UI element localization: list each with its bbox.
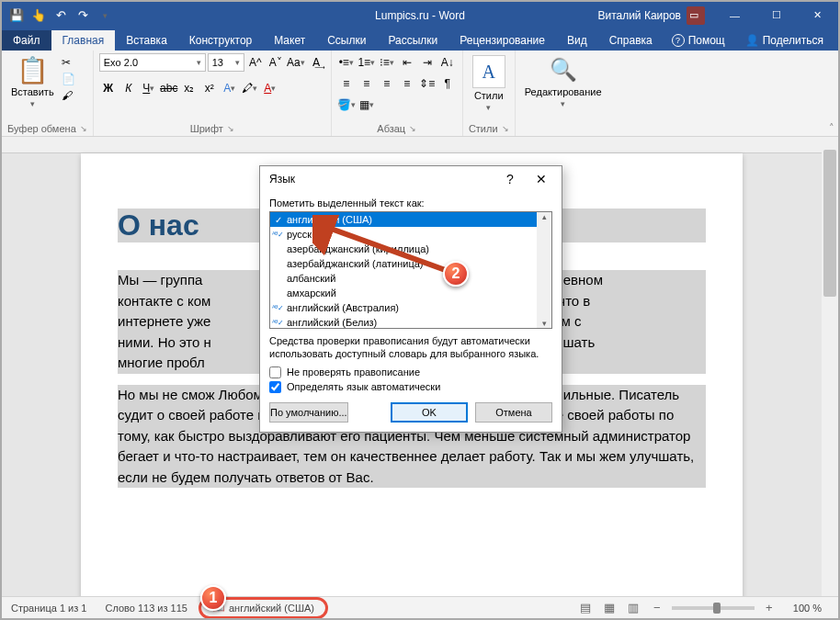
status-bar: Страница 1 из 1 Слово 113 из 115 📖 англи… — [2, 596, 838, 618]
underline-button[interactable]: Ч▾ — [140, 79, 158, 97]
align-center-icon[interactable]: ≡ — [358, 74, 376, 93]
tell-me-button[interactable]: ?Помощ — [663, 30, 734, 51]
spellcheck-icon: ᴬᴮ✓ — [272, 319, 284, 327]
tab-mailings[interactable]: Рассылки — [377, 30, 448, 51]
cancel-button[interactable]: Отмена — [475, 402, 552, 423]
read-mode-icon[interactable]: ▤ — [576, 599, 595, 617]
zoom-out-button[interactable]: − — [648, 599, 666, 617]
maximize-button[interactable]: ☐ — [755, 2, 797, 28]
tab-design[interactable]: Конструктор — [178, 30, 263, 51]
horizontal-ruler[interactable] — [2, 137, 822, 153]
no-spellcheck-checkbox[interactable]: Не проверять правописание — [269, 366, 552, 378]
tab-insert[interactable]: Вставка — [115, 30, 178, 51]
save-icon[interactable]: 💾 — [9, 8, 24, 23]
list-item[interactable]: амхарский — [270, 286, 551, 300]
strikethrough-button[interactable]: abc — [160, 79, 178, 97]
user-name: Виталий Каиров — [597, 9, 681, 22]
tab-home[interactable]: Главная — [51, 30, 116, 51]
language-listbox[interactable]: ✓английский (США) ᴬᴮ✓русский азербайджан… — [269, 211, 552, 329]
dialog-titlebar[interactable]: Язык ? ✕ — [260, 166, 562, 192]
find-button[interactable]: 🔍 Редактирование ▾ — [521, 53, 606, 110]
list-item[interactable]: азербайджанский (латиница) — [270, 256, 551, 271]
text-effects-icon[interactable]: A▾ — [221, 79, 239, 97]
undo-icon[interactable]: ↶ — [53, 8, 68, 23]
status-word-count[interactable]: Слово 113 из 115 — [96, 597, 197, 618]
subscript-button[interactable]: x₂ — [180, 79, 199, 97]
minimize-button[interactable]: — — [714, 2, 755, 28]
align-right-icon[interactable]: ≡ — [378, 74, 396, 93]
spellcheck-icon: ᴬᴮ✓ — [272, 231, 284, 239]
zoom-slider[interactable] — [672, 606, 755, 610]
vertical-scrollbar[interactable] — [822, 137, 838, 596]
auto-detect-checkbox[interactable]: Определять язык автоматически — [269, 381, 552, 393]
collapse-ribbon-icon[interactable]: ˄ — [829, 122, 834, 134]
change-case-icon[interactable]: Aa▾ — [287, 53, 305, 72]
tab-layout[interactable]: Макет — [263, 30, 316, 51]
bold-button[interactable]: Ж — [99, 79, 118, 97]
redo-icon[interactable]: ↷ — [75, 8, 90, 23]
list-item[interactable]: ᴬᴮ✓английский (Австралия) — [270, 300, 551, 315]
justify-icon[interactable]: ≡ — [398, 74, 416, 93]
list-item[interactable]: ᴬᴮ✓русский — [270, 227, 551, 242]
list-item[interactable]: албанский — [270, 271, 551, 286]
list-item[interactable]: азербайджанский (кириллица) — [270, 242, 551, 256]
annotation-badge-2: 2 — [443, 261, 469, 287]
bullets-icon[interactable]: •≡▾ — [337, 53, 356, 72]
styles-gallery[interactable]: A Стили ▾ — [469, 53, 509, 114]
zoom-level[interactable]: 100 % — [784, 603, 831, 614]
tab-view[interactable]: Вид — [556, 30, 598, 51]
superscript-button[interactable]: x² — [200, 79, 219, 97]
window-title: Lumpics.ru - Word — [375, 9, 465, 22]
share-button[interactable]: 👤 Поделиться — [736, 30, 833, 51]
tab-review[interactable]: Рецензирование — [448, 30, 556, 51]
font-launcher-icon[interactable]: ↘ — [227, 124, 234, 133]
multilevel-icon[interactable]: ⁝≡▾ — [378, 53, 396, 72]
tab-help[interactable]: Справка — [598, 30, 664, 51]
borders-icon[interactable]: ▦▾ — [358, 96, 376, 114]
align-left-icon[interactable]: ≡ — [337, 74, 356, 93]
ribbon-options-icon[interactable]: ▭ — [673, 2, 714, 28]
sort-icon[interactable]: A↓ — [438, 53, 457, 72]
tab-references[interactable]: Ссылки — [316, 30, 377, 51]
list-item[interactable]: ᴬᴮ✓английский (Белиз) — [270, 315, 551, 329]
qat-customize-icon[interactable]: ▾ — [97, 8, 112, 23]
styles-launcher-icon[interactable]: ↘ — [502, 124, 509, 133]
ok-button[interactable]: OK — [391, 402, 468, 423]
decrease-indent-icon[interactable]: ⇤ — [398, 53, 416, 72]
zoom-in-button[interactable]: + — [760, 599, 778, 617]
dialog-help-button[interactable]: ? — [495, 168, 525, 190]
group-editing: 🔍 Редактирование ▾ — [516, 51, 611, 136]
status-page[interactable]: Страница 1 из 1 — [2, 597, 96, 618]
line-spacing-icon[interactable]: ⇕≡ — [418, 74, 437, 93]
ribbon-tabs: Файл Главная Вставка Конструктор Макет С… — [2, 28, 838, 51]
dialog-close-button[interactable]: ✕ — [527, 168, 556, 190]
shrink-font-icon[interactable]: A˅ — [267, 53, 285, 72]
web-layout-icon[interactable]: ▥ — [624, 599, 642, 617]
default-button[interactable]: По умолчанию... — [269, 402, 348, 423]
clipboard-launcher-icon[interactable]: ↘ — [80, 124, 87, 133]
list-item[interactable]: ✓английский (США) — [270, 212, 551, 227]
tab-file[interactable]: Файл — [2, 30, 51, 51]
increase-indent-icon[interactable]: ⇥ — [418, 53, 437, 72]
touch-mode-icon[interactable]: 👆 — [31, 8, 46, 23]
close-button[interactable]: ✕ — [797, 2, 838, 28]
shading-icon[interactable]: 🪣▾ — [337, 96, 356, 114]
numbering-icon[interactable]: 1≡▾ — [358, 53, 376, 72]
show-marks-icon[interactable]: ¶ — [438, 74, 457, 93]
listbox-scrollbar[interactable]: ▴▾ — [537, 212, 551, 328]
format-painter-icon[interactable]: 🖌 — [62, 88, 76, 103]
font-size-combo[interactable]: 13▾ — [208, 53, 244, 72]
font-name-combo[interactable]: Exo 2.0▾ — [99, 53, 206, 72]
paste-button[interactable]: 📋 Вставить ▾ — [7, 53, 58, 110]
paragraph-launcher-icon[interactable]: ↘ — [409, 124, 416, 133]
dialog-title: Язык — [269, 173, 295, 186]
copy-icon[interactable]: 📄 — [62, 72, 76, 86]
highlight-icon[interactable]: 🖍▾ — [241, 79, 259, 97]
font-color-icon[interactable]: A▾ — [261, 79, 279, 97]
clear-formatting-icon[interactable]: A͢ — [307, 53, 325, 72]
cut-icon[interactable]: ✂ — [62, 55, 76, 70]
grow-font-icon[interactable]: A^ — [246, 53, 265, 72]
scrollbar-thumb[interactable] — [823, 150, 836, 297]
italic-button[interactable]: К — [119, 79, 138, 97]
print-layout-icon[interactable]: ▦ — [600, 599, 619, 617]
